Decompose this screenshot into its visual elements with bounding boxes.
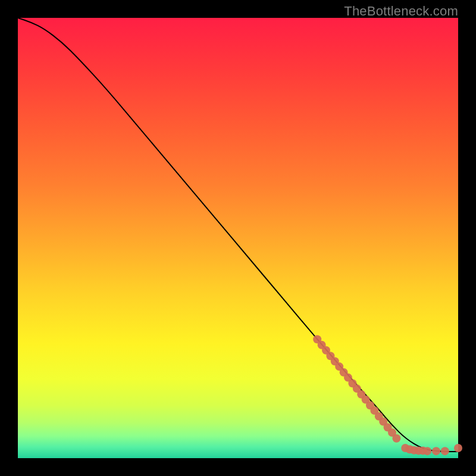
marker [423, 447, 431, 455]
marker [432, 447, 440, 455]
series-curve [18, 18, 458, 452]
chart-frame: TheBottleneck.com [0, 0, 476, 476]
watermark-text: TheBottleneck.com [344, 4, 458, 19]
marker [454, 444, 462, 452]
plot-svg [18, 18, 458, 458]
marker [392, 434, 400, 443]
plot-area [18, 18, 458, 458]
marker [441, 447, 449, 455]
series-highlighted-band [313, 335, 462, 455]
